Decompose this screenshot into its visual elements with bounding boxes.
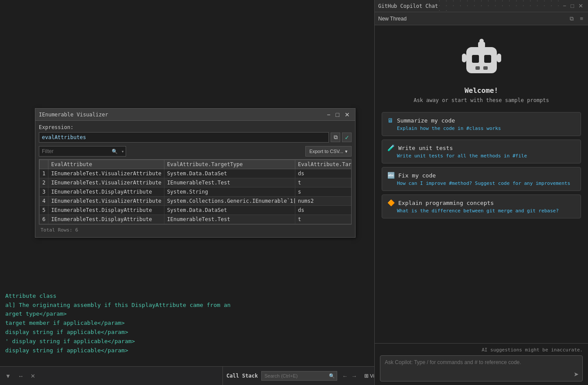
nav-back-button[interactable]: ← bbox=[341, 373, 349, 379]
call-stack-search-input[interactable] bbox=[262, 373, 327, 378]
expression-label: Expression: bbox=[39, 124, 352, 130]
total-rows: Total Rows: 6 bbox=[39, 226, 352, 234]
panel-expand-button[interactable]: ↔ bbox=[16, 372, 25, 380]
dots-separator: · · · · · · · · · · · · · · · · · · · · … bbox=[438, 0, 561, 13]
confirm-expr-button[interactable]: ✓ bbox=[342, 133, 352, 142]
table-cell: System.String bbox=[164, 187, 295, 197]
table-cell: IEnumerableTest.DisplayAttribute bbox=[48, 215, 164, 224]
prompt-title-0: Summarize my code bbox=[397, 117, 455, 124]
copilot-minimize-button[interactable]: − bbox=[562, 3, 568, 9]
prompt-icon-0: 🖥 bbox=[387, 117, 393, 124]
export-dropdown-icon[interactable]: ▾ bbox=[345, 149, 348, 154]
chat-input-wrap: ➤ bbox=[380, 355, 583, 382]
table-row[interactable]: 1IEnumerableTest.VisualizerAttributeSyst… bbox=[40, 169, 352, 178]
svg-rect-6 bbox=[497, 54, 501, 62]
minimize-button[interactable]: − bbox=[325, 112, 332, 118]
table-cell: nums2 bbox=[295, 197, 352, 206]
copilot-toolbar-expand-button[interactable]: ⧉ bbox=[568, 15, 575, 22]
prompt-title-3: Explain programming concepts bbox=[398, 200, 494, 206]
table-cell: IEnumerableTest.VisualizerAttribute bbox=[48, 169, 164, 178]
prompt-icon-2: 🔤 bbox=[387, 172, 395, 179]
prompt-title-1: Write unit tests bbox=[398, 145, 453, 151]
svg-rect-4 bbox=[483, 66, 488, 70]
copilot-close-button[interactable]: ✕ bbox=[577, 3, 585, 9]
expression-input-row: ⧉ ✓ bbox=[39, 132, 352, 143]
copy-expr-button[interactable]: ⧉ bbox=[331, 133, 340, 142]
table-row[interactable]: 5IEnumerableTest.DisplayAttributeSystem.… bbox=[40, 206, 352, 215]
table-cell: System.Collections.Generic.IEnumerable`1… bbox=[164, 197, 295, 206]
nav-forward-button[interactable]: → bbox=[350, 373, 358, 379]
visualizer-titlebar: IEnumerable Visualizer − □ ✕ bbox=[35, 109, 355, 121]
table-cell: s bbox=[295, 187, 352, 197]
bottom-panel: ▼ ↔ ✕ bbox=[0, 366, 222, 385]
prompt-card-header: 🔶 Explain programming concepts bbox=[387, 199, 575, 206]
send-button[interactable]: ➤ bbox=[574, 371, 579, 378]
prompt-card-header: 🖥 Summarize my code bbox=[387, 117, 575, 124]
col-targetmember: EvalAttribute.TargetMember bbox=[295, 160, 352, 169]
copilot-panel: GitHub Copilot Chat · · · · · · · · · · … bbox=[374, 0, 588, 385]
prompt-card-header: 🧪 Write unit tests bbox=[387, 144, 575, 151]
row-number: 6 bbox=[40, 215, 48, 224]
call-stack-search-wrap: 🔍 bbox=[261, 371, 337, 381]
prompt-desc-2: How can I improve #method? Suggest code … bbox=[387, 181, 575, 186]
copilot-restore-button[interactable]: □ bbox=[569, 3, 575, 9]
prompt-title-2: Fix my code bbox=[398, 172, 436, 179]
filter-dropdown-icon[interactable]: ▾ bbox=[120, 149, 126, 154]
panel-close-button[interactable]: ✕ bbox=[29, 372, 37, 380]
copilot-toolbar-menu-button[interactable]: ≡ bbox=[578, 15, 585, 22]
svg-rect-2 bbox=[484, 55, 491, 63]
expression-input[interactable] bbox=[39, 132, 329, 143]
copilot-title-controls: − □ ✕ bbox=[562, 3, 585, 9]
prompt-card-0[interactable]: 🖥 Summarize my code Explain how the code… bbox=[382, 112, 581, 136]
new-thread-label: New Thread bbox=[378, 16, 407, 22]
new-thread-button[interactable]: New Thread bbox=[378, 16, 407, 22]
svg-rect-0 bbox=[466, 47, 497, 73]
visualizer-window: IEnumerable Visualizer − □ ✕ Expression:… bbox=[35, 108, 356, 238]
table-row[interactable]: 2IEnumerableTest.VisualizerAttributeIEnu… bbox=[40, 178, 352, 187]
table-cell: IEnumerableTest.VisualizerAttribute bbox=[48, 178, 164, 187]
copilot-titlebar: GitHub Copilot Chat · · · · · · · · · · … bbox=[375, 0, 588, 12]
visualizer-title: IEnumerable Visualizer bbox=[39, 112, 108, 118]
copilot-content: Welcome! Ask away or start with these sa… bbox=[375, 25, 588, 343]
search-icon: 🔍 bbox=[110, 149, 120, 154]
restore-button[interactable]: □ bbox=[334, 112, 341, 118]
table-row[interactable]: 6IEnumerableTest.DisplayAttributeIEnumer… bbox=[40, 215, 352, 224]
ai-warning: AI suggestions might be inaccurate. bbox=[380, 347, 583, 353]
table-cell: IEnumerableTest.Test bbox=[164, 215, 295, 224]
export-label: Export to CSV... bbox=[309, 149, 343, 154]
chat-input[interactable] bbox=[385, 359, 578, 371]
data-table-wrap: EvalAttribute EvalAttribute.TargetType E… bbox=[39, 159, 352, 225]
filter-input[interactable] bbox=[39, 148, 110, 154]
row-number: 5 bbox=[40, 206, 48, 215]
copilot-toolbar: New Thread ⧉ ≡ bbox=[375, 12, 588, 25]
table-cell: IEnumerableTest.Test bbox=[164, 178, 295, 187]
threads-icon: ⊞ bbox=[364, 373, 369, 379]
nav-buttons: ← → bbox=[341, 373, 358, 379]
prompt-icon-3: 🔶 bbox=[387, 199, 395, 206]
table-row[interactable]: 3IEnumerableTest.DisplayAttributeSystem.… bbox=[40, 187, 352, 197]
svg-point-8 bbox=[479, 39, 484, 43]
visualizer-body: Expression: ⧉ ✓ 🔍 ▾ Export to CSV... ▾ bbox=[35, 121, 355, 237]
svg-rect-5 bbox=[462, 54, 466, 62]
table-row[interactable]: 4IEnumerableTest.VisualizerAttributeSyst… bbox=[40, 197, 352, 206]
close-button[interactable]: ✕ bbox=[343, 112, 352, 118]
prompt-card-2[interactable]: 🔤 Fix my code How can I improve #method?… bbox=[382, 167, 581, 191]
col-targettype: EvalAttribute.TargetType bbox=[164, 160, 295, 169]
row-number: 4 bbox=[40, 197, 48, 206]
table-cell: ds bbox=[295, 169, 352, 178]
table-cell: t bbox=[295, 178, 352, 187]
prompt-card-3[interactable]: 🔶 Explain programming concepts What is t… bbox=[382, 194, 581, 218]
prompt-card-1[interactable]: 🧪 Write unit tests Write unit tests for … bbox=[382, 140, 581, 164]
prompt-cards-container: 🖥 Summarize my code Explain how the code… bbox=[382, 112, 581, 222]
filter-export-row: 🔍 ▾ Export to CSV... ▾ bbox=[39, 146, 352, 157]
panel-collapse-button[interactable]: ▼ bbox=[3, 372, 13, 380]
row-number: 3 bbox=[40, 187, 48, 197]
svg-rect-3 bbox=[475, 66, 480, 70]
prompt-desc-3: What is the difference between git merge… bbox=[387, 208, 575, 214]
copilot-title: GitHub Copilot Chat bbox=[378, 3, 438, 9]
table-cell: IEnumerableTest.DisplayAttribute bbox=[48, 206, 164, 215]
welcome-title: Welcome! bbox=[465, 86, 498, 95]
call-stack-label: Call Stack bbox=[226, 373, 258, 379]
export-csv-button[interactable]: Export to CSV... ▾ bbox=[305, 146, 352, 157]
filter-input-wrap: 🔍 ▾ bbox=[39, 146, 126, 157]
